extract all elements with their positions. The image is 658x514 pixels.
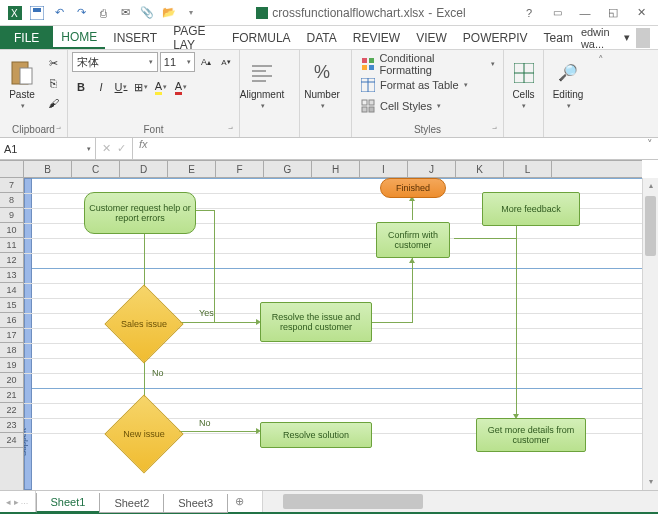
column-headers[interactable]: B C D E F G H I J K L (24, 160, 642, 178)
row-header[interactable]: 23 (0, 418, 23, 433)
scroll-down-icon[interactable]: ▾ (643, 474, 658, 490)
shape-more-feedback[interactable]: More feedback (482, 192, 580, 226)
account-menu[interactable]: edwin wa... ▾ (581, 26, 658, 49)
horizontal-scrollbar[interactable] (262, 491, 658, 512)
tab-home[interactable]: HOME (53, 26, 105, 49)
increase-font-button[interactable]: A▴ (197, 53, 215, 71)
scroll-thumb[interactable] (645, 196, 656, 256)
sheet-tab-sheet3[interactable]: Sheet3 (163, 494, 228, 513)
cell-styles-button[interactable]: Cell Styles▾ (356, 96, 499, 116)
row-header[interactable]: 16 (0, 313, 23, 328)
font-size-combo[interactable]: 11▾ (160, 52, 195, 72)
shape-confirm-customer[interactable]: Confirm with customer (376, 222, 450, 258)
tab-powerpivot[interactable]: POWERPIV (455, 26, 536, 49)
row-header[interactable]: 20 (0, 373, 23, 388)
row-header[interactable]: 17 (0, 328, 23, 343)
select-all-button[interactable] (0, 160, 24, 178)
editing-button[interactable]: 🔎 Editing▾ (548, 52, 588, 116)
excel-icon[interactable]: X (6, 4, 24, 22)
redo-icon[interactable]: ↷ (72, 4, 90, 22)
alignment-button[interactable]: Alignment▾ (244, 52, 280, 116)
save-icon[interactable] (28, 4, 46, 22)
col-header[interactable]: H (312, 161, 360, 177)
tab-formulas[interactable]: FORMULA (224, 26, 299, 49)
fx-icon[interactable]: fx (133, 138, 154, 159)
expand-formula-bar-icon[interactable]: ˅ (642, 138, 658, 159)
fill-color-button[interactable]: A▾ (152, 78, 170, 96)
row-header[interactable]: 11 (0, 238, 23, 253)
row-header[interactable]: 19 (0, 358, 23, 373)
col-header[interactable]: B (24, 161, 72, 177)
shape-resolve-respond[interactable]: Resolve the issue and respond customer (260, 302, 372, 342)
font-name-combo[interactable]: 宋体▾ (72, 52, 158, 72)
worksheet-grid[interactable]: B C D E F G H I J K L 7 8 9 10 11 12 13 … (0, 160, 658, 490)
col-header[interactable]: G (264, 161, 312, 177)
formula-input[interactable] (154, 138, 642, 159)
attach-icon[interactable]: 📎 (138, 4, 156, 22)
col-header[interactable]: I (360, 161, 408, 177)
row-header[interactable]: 10 (0, 223, 23, 238)
format-painter-button[interactable]: 🖌 (44, 94, 62, 112)
col-header[interactable]: K (456, 161, 504, 177)
tab-team[interactable]: Team (536, 26, 581, 49)
ribbon-display-icon[interactable]: ▭ (544, 3, 570, 23)
row-header[interactable]: 21 (0, 388, 23, 403)
minimize-icon[interactable]: — (572, 3, 598, 23)
paste-button[interactable]: Paste▾ (4, 52, 40, 116)
col-header[interactable]: E (168, 161, 216, 177)
new-sheet-button[interactable]: ⊕ (227, 491, 252, 512)
qat-customize-icon[interactable]: ▾ (182, 4, 200, 22)
sheet-tab-sheet2[interactable]: Sheet2 (99, 494, 164, 513)
row-header[interactable]: 9 (0, 208, 23, 223)
row-header[interactable]: 13 (0, 268, 23, 283)
row-header[interactable]: 8 (0, 193, 23, 208)
shape-get-details[interactable]: Get more details from customer (476, 418, 586, 452)
name-box[interactable]: A1▾ (0, 138, 96, 159)
sheet-tab-sheet1[interactable]: Sheet1 (36, 493, 101, 513)
vertical-scrollbar[interactable]: ▴ ▾ (642, 178, 658, 490)
cells-button[interactable]: Cells▾ (508, 52, 539, 116)
row-headers[interactable]: 7 8 9 10 11 12 13 14 15 16 17 18 19 20 2… (0, 178, 24, 490)
row-header[interactable]: 14 (0, 283, 23, 298)
bold-button[interactable]: B (72, 78, 90, 96)
help-icon[interactable]: ? (516, 3, 542, 23)
row-header[interactable]: 12 (0, 253, 23, 268)
col-header[interactable]: F (216, 161, 264, 177)
undo-icon[interactable]: ↶ (50, 4, 68, 22)
conditional-formatting-button[interactable]: Conditional Formatting▾ (356, 54, 499, 74)
tab-review[interactable]: REVIEW (345, 26, 408, 49)
row-header[interactable]: 24 (0, 433, 23, 448)
enter-formula-icon[interactable]: ✓ (117, 142, 126, 155)
decrease-font-button[interactable]: A▾ (217, 53, 235, 71)
cancel-formula-icon[interactable]: ✕ (102, 142, 111, 155)
row-header[interactable]: 18 (0, 343, 23, 358)
number-button[interactable]: % Number▾ (304, 52, 340, 116)
mail-icon[interactable]: ✉ (116, 4, 134, 22)
row-header[interactable]: 7 (0, 178, 23, 193)
restore-icon[interactable]: ◱ (600, 3, 626, 23)
shape-finished[interactable]: Finished (380, 178, 446, 198)
cut-button[interactable]: ✂ (44, 54, 62, 72)
underline-button[interactable]: U▾ (112, 78, 130, 96)
tab-page-layout[interactable]: PAGE LAY (165, 26, 224, 49)
tab-data[interactable]: DATA (299, 26, 345, 49)
col-header[interactable]: C (72, 161, 120, 177)
shape-new-issue[interactable]: New issue (116, 406, 172, 462)
open-icon[interactable]: 📂 (160, 4, 178, 22)
sheet-nav[interactable]: ◂ ▸ … (0, 491, 36, 512)
file-tab[interactable]: FILE (0, 26, 53, 49)
col-header[interactable]: J (408, 161, 456, 177)
tab-insert[interactable]: INSERT (105, 26, 165, 49)
shape-sales-issue[interactable]: Sales issue (116, 296, 172, 352)
tab-view[interactable]: VIEW (408, 26, 455, 49)
collapse-ribbon-icon[interactable]: ˄ (592, 50, 610, 137)
shape-resolve-solution[interactable]: Resolve solution (260, 422, 372, 448)
format-as-table-button[interactable]: Format as Table▾ (356, 75, 499, 95)
row-header[interactable]: 22 (0, 403, 23, 418)
border-button[interactable]: ⊞▾ (132, 78, 150, 96)
font-color-button[interactable]: A▾ (172, 78, 190, 96)
col-header[interactable]: L (504, 161, 552, 177)
col-header[interactable]: D (120, 161, 168, 177)
row-header[interactable]: 15 (0, 298, 23, 313)
italic-button[interactable]: I (92, 78, 110, 96)
